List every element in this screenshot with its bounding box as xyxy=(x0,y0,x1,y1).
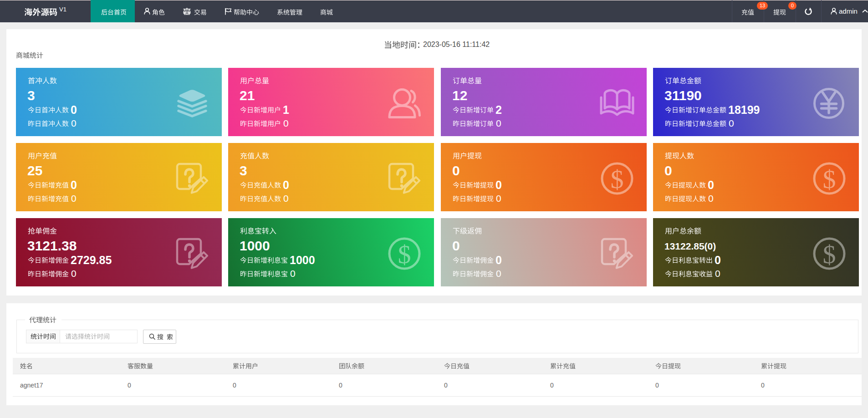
svg-text:$: $ xyxy=(823,240,836,269)
svg-text:$: $ xyxy=(398,240,411,269)
svg-text:$: $ xyxy=(611,164,624,194)
svg-text:$: $ xyxy=(823,164,836,194)
